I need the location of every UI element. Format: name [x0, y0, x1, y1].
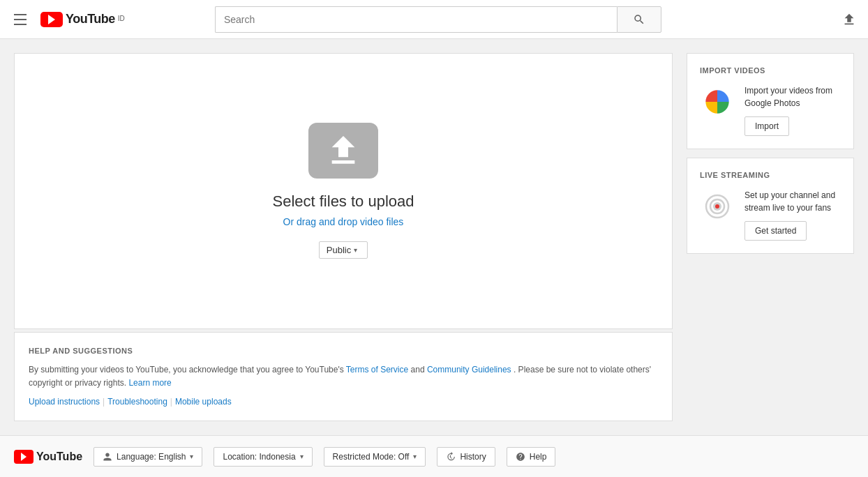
import-videos-desc: Import your videos from Google Photos	[744, 84, 841, 109]
help-text: By submitting your videos to YouTube, yo…	[29, 363, 658, 390]
visibility-dropdown[interactable]: Public ▾	[319, 241, 368, 259]
sidebar: IMPORT VIDEOS Import your videos from Go…	[687, 53, 854, 421]
import-videos-title: IMPORT VIDEOS	[700, 66, 841, 75]
history-label: History	[460, 452, 486, 462]
upload-instructions-link[interactable]: Upload instructions	[29, 397, 100, 407]
upload-drop-zone[interactable]: Select files to upload Or drag and drop …	[14, 53, 673, 329]
upload-subtitle[interactable]: Or drag and drop video files	[283, 216, 404, 227]
language-chevron-icon: ▾	[190, 453, 193, 460]
restricted-chevron-icon: ▾	[413, 453, 417, 460]
learn-more-link[interactable]: Learn more	[128, 378, 171, 388]
troubleshooting-link[interactable]: Troubleshooting	[107, 397, 167, 407]
import-videos-body: Import your videos from Google Photos Im…	[700, 84, 841, 136]
restricted-mode-label: Restricted Mode: Off	[333, 452, 410, 462]
help-button[interactable]: Help	[507, 447, 556, 467]
import-button[interactable]: Import	[744, 116, 789, 136]
footer: YouTube Language: English ▾ Location: In…	[0, 435, 868, 477]
location-chevron-icon: ▾	[300, 453, 304, 460]
history-icon	[446, 452, 456, 462]
chevron-down-icon: ▾	[354, 246, 357, 254]
main-content: Select files to upload Or drag and drop …	[0, 39, 868, 435]
footer-logo: YouTube	[14, 450, 82, 464]
live-streaming-title: LIVE STREAMING	[700, 171, 841, 179]
logo-link[interactable]: YouTube ID	[40, 12, 125, 27]
footer-logo-text: YouTube	[36, 450, 82, 463]
search-input[interactable]	[215, 6, 617, 33]
help-links: Upload instructions | Troubleshooting | …	[29, 397, 658, 407]
live-streaming-icon	[700, 189, 735, 224]
search-icon	[633, 13, 645, 26]
language-label: Language: English	[117, 452, 186, 462]
upload-title: Select files to upload	[272, 192, 414, 211]
help-text-part1: By submitting your videos to YouTube, yo…	[29, 365, 346, 374]
location-label: Location: Indonesia	[223, 452, 295, 462]
header: YouTube ID	[0, 0, 868, 39]
community-guidelines-link[interactable]: Community Guidelines	[427, 365, 511, 374]
upload-button[interactable]	[841, 12, 857, 27]
divider-1: |	[103, 397, 105, 407]
divider-2: |	[170, 397, 172, 407]
header-right	[841, 12, 857, 27]
tos-link[interactable]: Terms of Service	[346, 365, 408, 374]
header-left: YouTube ID	[11, 11, 125, 28]
help-box: HELP AND SUGGESTIONS By submitting your …	[14, 332, 673, 421]
import-videos-info: Import your videos from Google Photos Im…	[744, 84, 841, 136]
upload-icon	[841, 12, 857, 27]
live-streaming-info: Set up your channel and stream live to y…	[744, 189, 841, 241]
google-photos-icon	[700, 84, 735, 119]
import-videos-card: IMPORT VIDEOS Import your videos from Go…	[687, 53, 854, 149]
language-button[interactable]: Language: English ▾	[93, 447, 202, 467]
logo-text: YouTube	[66, 12, 115, 26]
logo-id: ID	[118, 15, 125, 22]
restricted-mode-button[interactable]: Restricted Mode: Off ▾	[324, 447, 426, 467]
help-icon	[516, 452, 525, 462]
live-streaming-card: LIVE STREAMING Set up your channel and s…	[687, 158, 854, 254]
search-area	[215, 6, 661, 33]
youtube-logo-icon	[40, 12, 63, 27]
history-button[interactable]: History	[437, 447, 495, 467]
upload-wrapper: Select files to upload Or drag and drop …	[14, 53, 673, 421]
live-streaming-body: Set up your channel and stream live to y…	[700, 189, 841, 241]
hamburger-menu[interactable]	[11, 11, 29, 28]
radio-waves-icon	[701, 190, 734, 223]
get-started-button[interactable]: Get started	[744, 221, 807, 241]
location-button[interactable]: Location: Indonesia ▾	[214, 447, 312, 467]
live-streaming-desc: Set up your channel and stream live to y…	[744, 189, 841, 214]
mobile-uploads-link[interactable]: Mobile uploads	[175, 397, 232, 407]
search-button[interactable]	[617, 6, 661, 33]
help-title: HELP AND SUGGESTIONS	[29, 347, 658, 355]
svg-point-1	[715, 204, 719, 209]
help-and: and	[411, 365, 427, 374]
help-label: Help	[530, 452, 547, 462]
footer-youtube-icon	[14, 450, 33, 464]
person-icon	[103, 452, 112, 462]
upload-icon-wrapper	[308, 123, 378, 179]
upload-arrow-icon	[324, 131, 363, 170]
visibility-label: Public	[327, 245, 351, 255]
